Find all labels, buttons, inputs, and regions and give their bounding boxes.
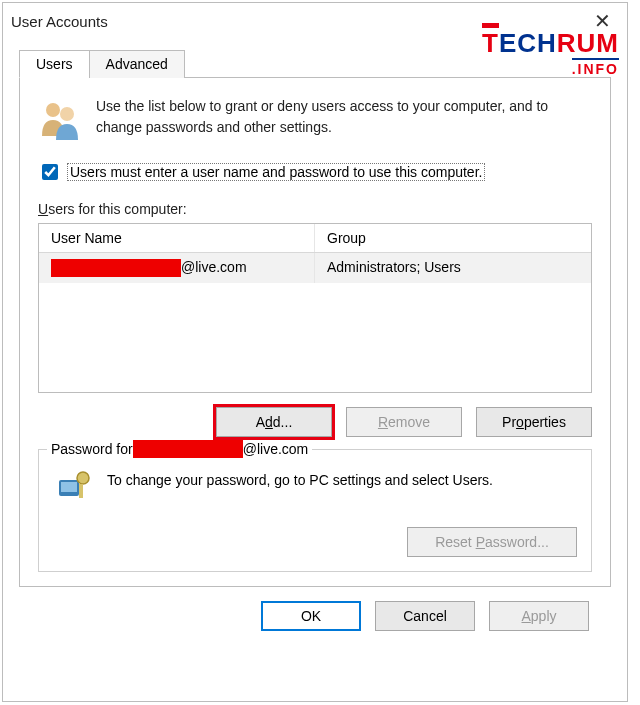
- key-icon: [53, 466, 93, 509]
- require-password-checkbox[interactable]: [42, 164, 58, 180]
- col-header-username[interactable]: User Name: [39, 224, 315, 252]
- ok-button[interactable]: OK: [261, 601, 361, 631]
- svg-rect-5: [79, 484, 83, 498]
- cancel-button[interactable]: Cancel: [375, 601, 475, 631]
- require-password-label[interactable]: Users must enter a user name and passwor…: [67, 163, 485, 181]
- intro-text: Use the list below to grant or deny user…: [96, 96, 592, 138]
- cell-group: Administrators; Users: [315, 253, 591, 283]
- add-button[interactable]: Add...: [216, 407, 332, 437]
- titlebar: User Accounts ✕: [3, 3, 627, 39]
- dialog-buttons: OK Cancel Apply: [19, 587, 611, 631]
- password-group: Password for @live.com To change your pa…: [38, 449, 592, 572]
- reset-password-button: Reset Password...: [407, 527, 577, 557]
- svg-point-4: [77, 472, 89, 484]
- apply-button: Apply: [489, 601, 589, 631]
- svg-point-1: [60, 107, 74, 121]
- svg-rect-3: [61, 482, 77, 492]
- close-icon[interactable]: ✕: [586, 9, 619, 33]
- col-header-group[interactable]: Group: [315, 224, 591, 252]
- table-row[interactable]: @live.com Administrators; Users: [39, 253, 591, 283]
- users-icon: [38, 96, 82, 143]
- user-accounts-window: User Accounts ✕ TECHRUM .INFO Users Adva…: [2, 2, 628, 702]
- remove-button: Remove: [346, 407, 462, 437]
- tab-users[interactable]: Users: [19, 50, 90, 78]
- cell-username: @live.com: [39, 253, 315, 283]
- tab-advanced[interactable]: Advanced: [89, 50, 185, 78]
- tab-panel-users: Use the list below to grant or deny user…: [19, 78, 611, 587]
- redacted-block: [133, 440, 243, 458]
- users-list[interactable]: User Name Group @live.com Administrators…: [38, 223, 592, 393]
- window-title: User Accounts: [11, 13, 108, 30]
- password-text: To change your password, go to PC settin…: [107, 466, 493, 488]
- redacted-block: [51, 259, 181, 277]
- properties-button[interactable]: Properties: [476, 407, 592, 437]
- users-list-label: Users for this computer:: [38, 201, 592, 217]
- tab-strip: Users Advanced: [19, 49, 611, 78]
- list-buttons-row: Add... Remove Properties: [38, 407, 592, 437]
- intro-row: Use the list below to grant or deny user…: [38, 96, 592, 143]
- svg-point-0: [46, 103, 60, 117]
- list-header: User Name Group: [39, 224, 591, 253]
- require-password-row: Users must enter a user name and passwor…: [38, 161, 592, 183]
- password-group-title: Password for @live.com: [47, 440, 312, 458]
